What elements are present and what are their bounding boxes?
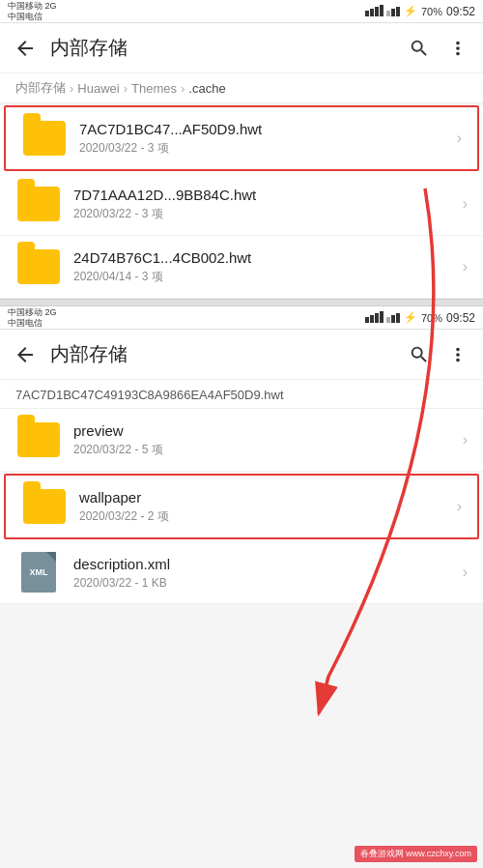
breadcrumb-1: 内部存储 › Huawei › Themes › .cache [0,73,483,103]
app-bar-1: 内部存储 [0,23,483,73]
time-2: 09:52 [446,311,475,325]
status-bar-1: 中国移动 2G 中国电信 ⚡ 70% 09:52 [0,0,483,23]
file-name-2: 7D71AAA12D...9BB84C.hwt [73,186,463,205]
svg-rect-9 [375,313,379,323]
file-meta-2: 2020/03/22 - 3 项 [73,206,463,222]
breadcrumb-item-storage[interactable]: 内部存储 [15,79,66,97]
chevron-right-icon-wallpaper: › [457,498,462,515]
screen2: 中国移动 2G 中国电信 ⚡ 70% 09:52 [0,306,483,604]
back-button-2[interactable] [8,337,43,372]
file-name-preview: preview [73,421,463,441]
watermark: 春叠游戏网 www.czchxy.com [355,846,477,862]
file-name-wallpaper: wallpaper [79,488,457,507]
bluetooth-icon-2: ⚡ [404,311,417,324]
app-bar-actions-1 [402,31,475,66]
chevron-right-icon-2: › [463,195,468,213]
file-meta-wallpaper: 2020/03/22 - 2 项 [79,508,457,525]
file-item-2[interactable]: 7D71AAA12D...9BB84C.hwt 2020/03/22 - 3 项… [0,173,483,236]
page-title-2: 内部存储 [43,341,402,367]
app-bar-actions-2 [402,337,475,372]
more-button-1[interactable] [440,31,475,66]
svg-rect-6 [396,7,400,16]
status-icons-1: ⚡ 70% 09:52 [365,4,475,18]
file-meta-1: 2020/03/22 - 3 项 [79,140,457,157]
file-info-3: 24D74B76C1...4CB002.hwt 2020/04/14 - 3 项 [62,248,463,286]
signal-icon-2 [365,310,400,325]
page-title-1: 内部存储 [43,35,402,61]
app-bar-2: 内部存储 [0,330,483,380]
file-list-2: preview 2020/03/22 - 5 项 › wallpaper 202… [0,409,483,604]
svg-rect-0 [365,11,369,16]
svg-rect-13 [396,313,400,323]
file-info-2: 7D71AAA12D...9BB84C.hwt 2020/03/22 - 3 项 [62,186,463,223]
more-button-2[interactable] [440,337,475,372]
signal-icon-1 [365,4,400,18]
battery-text-2: 70% [421,312,442,324]
time-1: 09:52 [446,5,475,18]
xml-icon-label: XML [30,567,48,577]
chevron-right-icon-preview: › [463,431,468,448]
search-button-2[interactable] [402,337,437,372]
file-item-1[interactable]: 7AC7D1BC47...AF50D9.hwt 2020/03/22 - 3 项… [4,105,479,171]
carrier-right-1: 中国电信 [8,12,57,22]
folder-icon-preview [15,420,62,459]
breadcrumb-item-themes[interactable]: Themes [131,81,177,96]
carrier-left-2: 中国移动 2G [8,307,57,318]
svg-rect-2 [375,7,379,16]
file-info-wallpaper: wallpaper 2020/03/22 - 2 项 [68,488,457,526]
svg-rect-12 [391,315,395,323]
full-path-label: 7AC7D1BC47C49193C8A9866EA4AF50D9.hwt [0,380,483,409]
carrier-info-2: 中国移动 2G 中国电信 [8,307,57,329]
file-meta-description: 2020/03/22 - 1 KB [73,576,463,590]
screen1: 中国移动 2G 中国电信 ⚡ 70% 09:52 [0,0,483,299]
folder-icon-wallpaper [21,487,68,526]
file-list-1: 7AC7D1BC47...AF50D9.hwt 2020/03/22 - 3 项… [0,105,483,299]
svg-rect-10 [380,311,384,323]
screen-divider [0,299,483,306]
svg-rect-1 [370,9,374,16]
svg-rect-11 [386,317,390,323]
file-info-description: description.xml 2020/03/22 - 1 KB [62,555,463,590]
folder-icon-3 [15,247,62,286]
chevron-right-icon-description: › [463,564,468,581]
file-info-preview: preview 2020/03/22 - 5 项 [62,421,463,459]
svg-rect-7 [365,317,369,323]
battery-text-1: 70% [421,6,442,17]
file-item-wallpaper[interactable]: wallpaper 2020/03/22 - 2 项 › [4,474,479,539]
file-item-description[interactable]: XML description.xml 2020/03/22 - 1 KB › [0,541,483,604]
carrier-right-2: 中国电信 [8,318,57,329]
file-meta-preview: 2020/03/22 - 5 项 [73,442,463,458]
chevron-right-icon-3: › [463,258,468,275]
svg-rect-4 [386,11,390,16]
file-name-description: description.xml [73,555,463,574]
bluetooth-icon-1: ⚡ [404,5,417,17]
chevron-right-icon-1: › [457,130,462,147]
file-name-1: 7AC7D1BC47...AF50D9.hwt [79,120,457,139]
breadcrumb-item-cache[interactable]: .cache [188,81,225,96]
breadcrumb-item-huawei[interactable]: Huawei [77,81,119,96]
search-button-1[interactable] [402,31,437,66]
svg-rect-3 [380,5,384,16]
folder-icon-2 [15,185,62,223]
status-icons-2: ⚡ 70% 09:52 [365,310,475,325]
status-bar-2: 中国移动 2G 中国电信 ⚡ 70% 09:52 [0,306,483,330]
svg-rect-8 [370,315,374,323]
file-name-3: 24D74B76C1...4CB002.hwt [73,248,463,268]
file-info-1: 7AC7D1BC47...AF50D9.hwt 2020/03/22 - 3 项 [68,120,457,158]
back-button-1[interactable] [8,31,43,66]
file-meta-3: 2020/04/14 - 3 项 [73,269,463,285]
carrier-info-1: 中国移动 2G 中国电信 [8,1,57,22]
svg-rect-5 [391,9,395,16]
xml-file-icon: XML [15,553,62,592]
file-item-preview[interactable]: preview 2020/03/22 - 5 项 › [0,409,483,472]
folder-icon-1 [21,119,68,158]
file-item-3[interactable]: 24D74B76C1...4CB002.hwt 2020/04/14 - 3 项… [0,236,483,299]
carrier-left-1: 中国移动 2G [8,1,57,12]
